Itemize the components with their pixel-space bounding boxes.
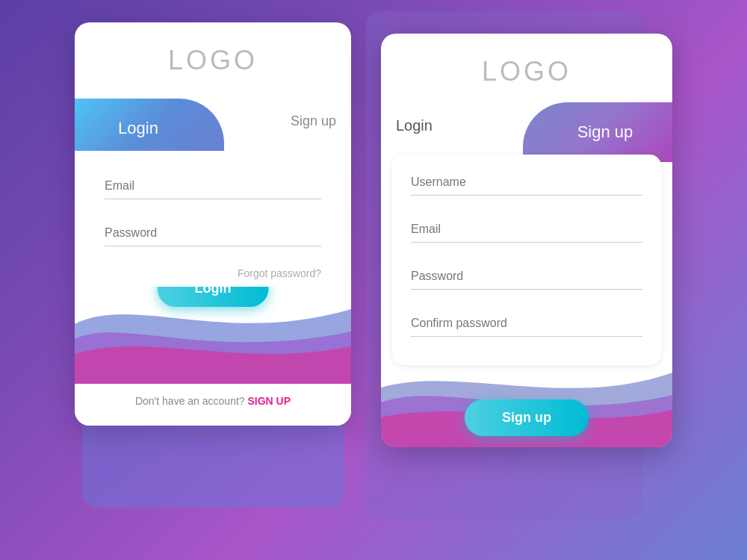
login-signup-tab-label: Sign up [291, 113, 336, 129]
email-field-wrapper [105, 173, 321, 199]
login-card-bottom: Don't have an account? SIGN UP [75, 384, 351, 426]
signup-logo: LOGO [482, 56, 571, 87]
login-button-wrapper: Login [158, 287, 269, 307]
signup-form-card [392, 155, 661, 365]
login-tab-signup[interactable]: Sign up [291, 113, 336, 129]
username-input[interactable] [411, 169, 642, 196]
forgot-password-text[interactable]: Forgot password? [105, 267, 321, 279]
confirm-password-input[interactable] [411, 311, 642, 337]
signup-card-wrapper: LOGO Login Sign up [381, 34, 672, 541]
signup-tab-login[interactable]: Login [396, 117, 433, 134]
signup-tab-active[interactable]: Sign up [523, 102, 672, 162]
no-account-text: Don't have an account? [135, 395, 245, 407]
username-field-wrapper [411, 169, 642, 196]
login-tab-active[interactable]: Login [75, 99, 224, 158]
signup-tab-label: Sign up [577, 122, 633, 142]
signup-button-wrapper: Sign up [465, 399, 589, 436]
signup-email-input[interactable] [411, 217, 642, 243]
cards-container: LOGO Login Sign up Forgot password? [0, 0, 747, 560]
login-logo: LOGO [168, 45, 258, 75]
login-button[interactable]: Login [158, 287, 269, 307]
login-card: LOGO Login Sign up Forgot password? [75, 22, 351, 426]
login-card-wrapper: LOGO Login Sign up Forgot password? [75, 22, 351, 515]
signup-password-input[interactable] [411, 264, 642, 290]
confirm-password-field-wrapper [411, 311, 642, 337]
signup-login-tab-label: Login [396, 117, 433, 134]
login-wave-area: Login [75, 287, 351, 384]
login-form: Forgot password? [75, 151, 351, 279]
signup-logo-area: LOGO [381, 34, 672, 102]
signup-link[interactable]: SIGN UP [247, 395, 291, 407]
login-tab-label: Login [118, 119, 158, 138]
signup-email-field-wrapper [411, 217, 642, 243]
password-field-wrapper [105, 220, 321, 246]
signup-card: LOGO Login Sign up [381, 34, 672, 447]
email-input[interactable] [105, 173, 321, 199]
login-tabs: Login Sign up [75, 99, 351, 151]
signup-tabs: Login Sign up [381, 102, 672, 155]
signup-password-field-wrapper [411, 264, 642, 290]
signup-wave-area: Sign up [381, 358, 672, 447]
password-input[interactable] [105, 220, 321, 246]
login-logo-area: LOGO [75, 22, 351, 91]
signup-button[interactable]: Sign up [465, 399, 589, 436]
